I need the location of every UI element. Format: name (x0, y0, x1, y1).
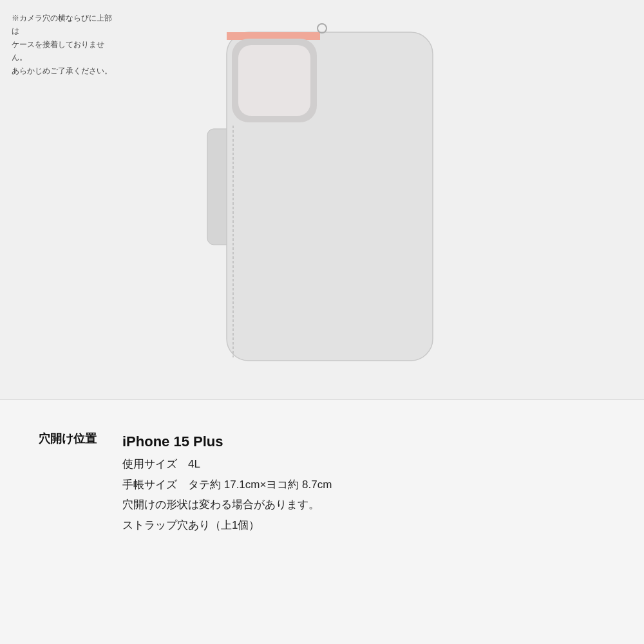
dimensions-line: 手帳サイズ タテ約 17.1cm×ヨコ約 8.7cm (122, 477, 332, 493)
info-section: 穴開け位置 iPhone 15 Plus 使用サイズ 4L 手帳サイズ タテ約 … (0, 400, 644, 564)
info-label: 穴開け位置 (39, 431, 122, 446)
shape-note-line: 穴開けの形状は変わる場合があります。 (122, 497, 332, 513)
strap-line: ストラップ穴あり（上1個） (122, 517, 332, 534)
case-diagram-svg (193, 19, 451, 380)
svg-point-6 (317, 24, 327, 33)
svg-rect-5 (238, 45, 310, 116)
case-illustration: ※カメラ穴の横ならびに上部は ケースを接着しておりません。 あらかじめご了承くだ… (0, 0, 644, 399)
page: ※カメラ穴の横ならびに上部は ケースを接着しておりません。 あらかじめご了承くだ… (0, 0, 644, 644)
info-content: iPhone 15 Plus 使用サイズ 4L 手帳サイズ タテ約 17.1cm… (122, 431, 332, 533)
camera-note: ※カメラ穴の横ならびに上部は ケースを接着しておりません。 あらかじめご了承くだ… (12, 12, 115, 77)
size-line: 使用サイズ 4L (122, 456, 332, 473)
info-row-main: 穴開け位置 iPhone 15 Plus 使用サイズ 4L 手帳サイズ タテ約 … (39, 426, 605, 538)
model-name: iPhone 15 Plus (122, 431, 332, 452)
